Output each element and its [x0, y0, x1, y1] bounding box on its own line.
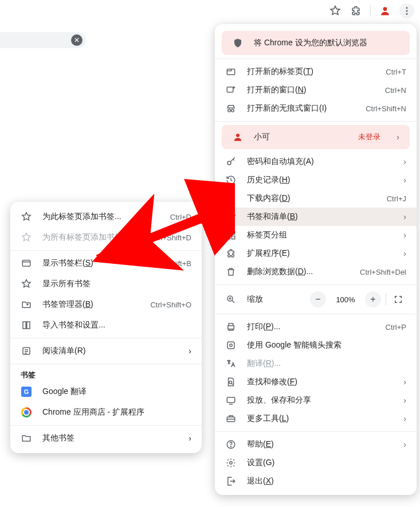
zoom-in-button[interactable]: +	[365, 291, 381, 307]
shortcut: Ctrl+Shift+B	[151, 259, 191, 268]
svg-rect-13	[232, 236, 235, 239]
find-item[interactable]: 查找和修改(F) ›	[215, 373, 417, 391]
exit-icon	[225, 475, 237, 487]
shortcut: Ctrl+P	[386, 323, 406, 332]
translate-item: 翻译(R)...	[215, 354, 417, 373]
label: 打开新的无痕式窗口(I)	[247, 103, 355, 114]
bookmark-google-translate[interactable]: G Google 翻译	[10, 381, 202, 402]
profile-row[interactable]: 小可 未登录 ›	[222, 125, 410, 149]
close-icon[interactable]: ✕	[71, 34, 83, 46]
chevron-right-icon: ›	[403, 231, 406, 240]
svg-rect-11	[232, 231, 235, 234]
show-all-bookmarks-item[interactable]: 显示所有书签	[10, 274, 202, 294]
incognito-item[interactable]: 打开新的无痕式窗口(I) Ctrl+Shift+N	[215, 99, 417, 118]
help-item[interactable]: 帮助(E) ›	[215, 435, 417, 454]
translate-icon	[225, 358, 237, 369]
new-window-item[interactable]: 打开新的窗口(N) Ctrl+N	[215, 81, 417, 99]
svg-point-1	[406, 7, 408, 9]
chevron-right-icon: ›	[403, 440, 406, 449]
separator	[215, 314, 417, 314]
label: 下载内容(D)	[247, 193, 376, 204]
chevron-right-icon: ›	[403, 176, 406, 185]
chevron-right-icon: ›	[403, 377, 406, 387]
settings-item[interactable]: 设置(G)	[215, 454, 417, 472]
gear-icon	[225, 457, 237, 469]
shortcut: Ctrl+Shift+O	[150, 301, 191, 309]
reading-list-item[interactable]: 阅读清单(R) ›	[10, 341, 202, 361]
fullscreen-button[interactable]	[390, 291, 406, 307]
search-page-icon	[225, 376, 237, 388]
passwords-item[interactable]: 密码和自动填充(A) ›	[215, 153, 417, 171]
lens-icon	[225, 340, 237, 351]
label: 投放、保存和分享	[247, 395, 393, 405]
label: 帮助(E)	[247, 439, 393, 450]
separator	[10, 425, 202, 426]
star-icon[interactable]	[329, 5, 342, 17]
clear-data-item[interactable]: 删除浏览数据(D)... Ctrl+Shift+Del	[215, 263, 417, 281]
svg-point-9	[227, 161, 231, 165]
zoom-icon	[225, 294, 237, 305]
svg-rect-5	[227, 87, 233, 92]
exit-item[interactable]: 退出(X)	[215, 472, 417, 490]
bookmark-bar-icon	[21, 258, 32, 269]
profile-status: 未登录	[358, 132, 380, 142]
chevron-right-icon: ›	[403, 396, 406, 405]
other-bookmarks-item[interactable]: 其他书签 ›	[10, 428, 202, 448]
book-icon	[21, 319, 32, 331]
label: 翻译(R)...	[247, 358, 406, 369]
label: 导入书签和设置...	[42, 320, 191, 330]
default-browser-banner[interactable]: 将 Chrome 设为您的默认浏览器	[222, 31, 410, 55]
import-bookmarks-item[interactable]: 导入书签和设置...	[10, 315, 202, 336]
zoom-controls: − 100% +	[310, 291, 406, 307]
separator	[370, 5, 371, 17]
add-bookmark-item[interactable]: 为此标签页添加书签... Ctrl+D	[10, 206, 202, 227]
downloads-item[interactable]: 下载内容(D) Ctrl+J	[215, 189, 417, 208]
toolbar	[0, 0, 420, 21]
kebab-menu-icon[interactable]	[399, 3, 414, 18]
tab-icon	[225, 66, 237, 77]
extensions-item[interactable]: 扩展程序(E) ›	[215, 244, 417, 263]
incognito-icon	[225, 103, 237, 114]
label: 为所有标签页添加书签...	[42, 232, 140, 243]
add-all-bookmarks-item: 为所有标签页添加书签... Ctrl+Shift+D	[10, 227, 202, 248]
shortcut: Ctrl+D	[170, 213, 191, 221]
cast-save-share-item[interactable]: 投放、保存和分享 ›	[215, 391, 417, 410]
label: 扩展程序(E)	[247, 248, 393, 259]
svg-point-22	[230, 446, 231, 447]
label: 显示所有书签	[42, 279, 191, 289]
label: 打印(P)...	[247, 322, 375, 332]
label: 历史记录(H)	[247, 175, 393, 185]
folder-icon	[21, 432, 32, 444]
history-item[interactable]: 历史记录(H) ›	[215, 171, 417, 189]
bookmark-chrome-webstore[interactable]: Chrome 应用商店 - 扩展程序	[10, 402, 202, 423]
svg-point-17	[230, 344, 233, 347]
bookmark-manager-item[interactable]: 书签管理器(B) Ctrl+Shift+O	[10, 294, 202, 315]
label: Google 翻译	[42, 387, 191, 397]
label: 显示书签栏(S)	[42, 258, 141, 268]
zoom-out-button[interactable]: −	[310, 291, 326, 307]
svg-rect-10	[227, 231, 230, 234]
more-tools-item[interactable]: 更多工具(L) ›	[215, 410, 417, 428]
bookmarks-lists-item[interactable]: 书签和清单(B) ›	[215, 208, 417, 226]
bookmarks-heading: 书签	[10, 366, 202, 381]
extensions-icon[interactable]	[350, 5, 362, 17]
lens-item[interactable]: 使用 Google 智能镜头搜索	[215, 336, 417, 354]
label: 其他书签	[42, 433, 178, 443]
shortcut: Ctrl+N	[385, 86, 406, 95]
separator	[10, 250, 202, 251]
reading-list-icon	[21, 345, 32, 357]
shortcut: Ctrl+J	[387, 194, 406, 203]
profile-avatar-icon[interactable]	[379, 5, 391, 17]
label: 查找和修改(F)	[247, 377, 393, 387]
separator	[215, 58, 417, 59]
omnibox-pill[interactable]: ✕	[0, 32, 86, 48]
svg-rect-19	[227, 397, 235, 403]
svg-point-0	[383, 7, 387, 11]
show-bookmarks-bar-item[interactable]: 显示书签栏(S) Ctrl+Shift+B	[10, 253, 202, 274]
print-item[interactable]: 打印(P)... Ctrl+P	[215, 318, 417, 336]
new-tab-item[interactable]: 打开新的标签页(T) Ctrl+T	[215, 63, 417, 81]
chevron-right-icon: ›	[189, 346, 191, 356]
separator	[10, 364, 202, 364]
tab-groups-item[interactable]: 标签页分组 ›	[215, 226, 417, 244]
star-icon	[21, 211, 32, 223]
